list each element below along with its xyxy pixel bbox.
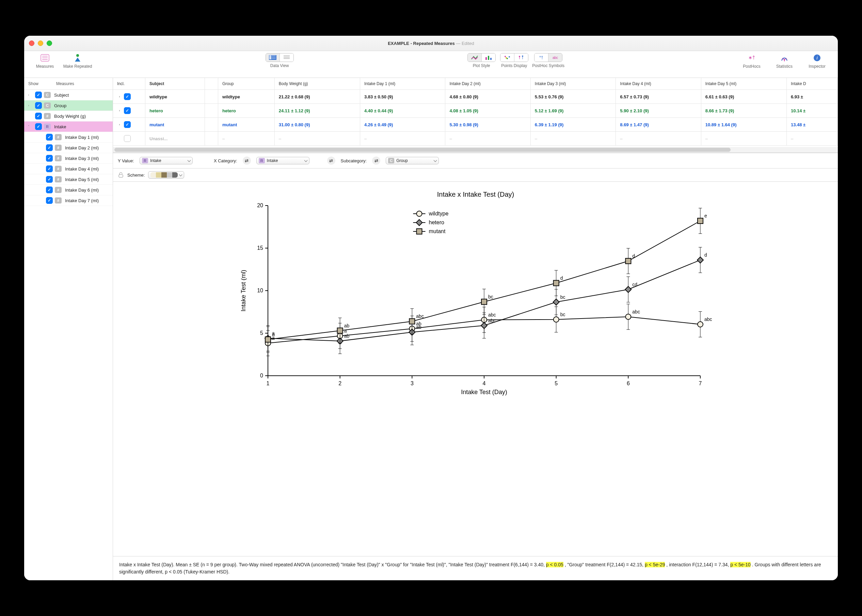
disclosure-icon[interactable]: ˅ bbox=[26, 124, 31, 129]
row-disclosure-icon[interactable]: › bbox=[117, 108, 122, 113]
inspector-icon: i bbox=[813, 54, 821, 61]
table-header[interactable]: Group bbox=[218, 78, 275, 90]
subcat-select[interactable]: CGroup bbox=[386, 157, 439, 164]
measure-checkbox[interactable] bbox=[46, 176, 53, 183]
points-display-bars-icon[interactable] bbox=[514, 53, 528, 61]
toolbar-inspector[interactable]: i Inspector bbox=[802, 53, 832, 69]
posthocs-label: PostHocs bbox=[743, 64, 760, 69]
table-header[interactable]: Incl. bbox=[113, 78, 145, 90]
measure-checkbox[interactable] bbox=[35, 102, 42, 109]
value-cell: – bbox=[274, 132, 360, 146]
sidebar-item-intake-day-3-ml-[interactable]: #Intake Day 3 (ml) bbox=[24, 153, 113, 164]
sidebar-item-intake-day-2-ml-[interactable]: #Intake Day 2 (ml) bbox=[24, 143, 113, 153]
swap-x-sub-icon[interactable]: ⇄ bbox=[243, 157, 251, 165]
sidebar-item-intake-day-4-ml-[interactable]: #Intake Day 4 (ml) bbox=[24, 164, 113, 174]
plot-style-label: Plot Style bbox=[473, 63, 490, 68]
sidebar-item-intake[interactable]: ˅RIntake bbox=[24, 121, 113, 132]
swap-sub-icon2[interactable]: ⇄ bbox=[372, 157, 380, 165]
statistics-icon bbox=[780, 55, 788, 61]
table-row[interactable]: ›heterohetero24.11 ± 1.12 (9)4.40 ± 0.44… bbox=[113, 104, 838, 118]
measure-checkbox[interactable] bbox=[46, 187, 53, 193]
toolbar-make-repeated[interactable]: Make Repeated bbox=[63, 53, 92, 69]
posthoc-asterisk-icon[interactable]: *† bbox=[535, 53, 548, 61]
measure-checkbox[interactable] bbox=[46, 144, 53, 151]
sidebar-item-group[interactable]: ›CGroup bbox=[24, 101, 113, 111]
sidebar-item-body-weight-g-[interactable]: #Body Weight (g) bbox=[24, 111, 113, 121]
value-cell: – bbox=[530, 132, 615, 146]
row-disclosure-icon[interactable]: › bbox=[117, 122, 122, 127]
table-header[interactable]: Intake D bbox=[786, 78, 837, 90]
table-header[interactable]: Intake Day 5 (ml) bbox=[701, 78, 786, 90]
make-repeated-icon bbox=[73, 53, 82, 62]
stats-footer: Intake x Intake Test (Day). Mean ± SE (n… bbox=[113, 556, 838, 580]
table-header[interactable]: Intake Day 4 (ml) bbox=[616, 78, 701, 90]
xcat-select[interactable]: RIntake bbox=[256, 157, 310, 164]
posthoc-letters-icon[interactable]: abc bbox=[549, 53, 562, 61]
value-cell: 5.30 ± 0.98 (9) bbox=[445, 118, 530, 132]
svg-text:2: 2 bbox=[338, 380, 341, 386]
scheme-select[interactable] bbox=[148, 171, 184, 179]
svg-rect-152 bbox=[625, 258, 631, 264]
lock-open-icon[interactable] bbox=[118, 172, 124, 178]
dataview-summary-icon[interactable] bbox=[266, 53, 280, 61]
subject-cell: wildtype bbox=[145, 90, 205, 104]
table-header[interactable]: Intake Day 3 (ml) bbox=[530, 78, 615, 90]
disclosure-icon[interactable]: › bbox=[26, 103, 31, 108]
disclosure-icon[interactable]: › bbox=[26, 93, 31, 97]
inspector-label: Inspector bbox=[809, 64, 825, 69]
include-checkbox[interactable] bbox=[124, 121, 131, 128]
plot-style-bar-icon[interactable] bbox=[482, 53, 495, 61]
svg-rect-31 bbox=[119, 174, 123, 177]
zoom-window[interactable] bbox=[47, 41, 52, 46]
xcat-value: Intake bbox=[267, 158, 278, 163]
close-window[interactable] bbox=[29, 41, 35, 46]
include-checkbox[interactable] bbox=[124, 93, 131, 100]
table-header[interactable] bbox=[205, 78, 218, 90]
swap-sub-icon[interactable]: ⇄ bbox=[327, 157, 335, 165]
measure-checkbox[interactable] bbox=[35, 91, 42, 98]
measure-checkbox[interactable] bbox=[46, 165, 53, 172]
dataview-list-icon[interactable] bbox=[280, 53, 293, 61]
value-cell: 5.53 ± 0.76 (9) bbox=[530, 90, 615, 104]
sidebar-item-subject[interactable]: ›CSubject bbox=[24, 90, 113, 101]
table-row[interactable]: ›mutantmutant31.00 ± 0.80 (9)4.26 ± 0.49… bbox=[113, 118, 838, 132]
table-horizontal-scrollbar[interactable] bbox=[113, 147, 838, 152]
value-cell: 13.48 ± bbox=[786, 118, 837, 132]
sidebar-header-measures[interactable]: Measures bbox=[52, 78, 113, 90]
toolbar-statistics[interactable]: Statistics bbox=[770, 53, 799, 69]
value-cell: 8.66 ± 1.73 (9) bbox=[701, 104, 786, 118]
toolbar-measures-label: Measures bbox=[36, 64, 54, 69]
table-header[interactable]: Intake Day 2 (ml) bbox=[445, 78, 530, 90]
row-disclosure-icon[interactable]: › bbox=[117, 94, 122, 99]
yvalue-select[interactable]: RIntake bbox=[140, 157, 193, 164]
include-checkbox[interactable] bbox=[124, 135, 131, 142]
sidebar-item-intake-day-7-ml-[interactable]: #Intake Day 7 (ml) bbox=[24, 195, 113, 206]
table-header[interactable]: Intake Day 1 (ml) bbox=[360, 78, 445, 90]
measure-checkbox[interactable] bbox=[46, 155, 53, 162]
measure-type-badge: # bbox=[55, 176, 61, 182]
table-row[interactable]: ›wildtypewildtype21.22 ± 0.68 (9)3.83 ± … bbox=[113, 90, 838, 104]
sidebar-item-intake-day-1-ml-[interactable]: #Intake Day 1 (ml) bbox=[24, 132, 113, 143]
sidebar-header-show[interactable]: Show bbox=[24, 78, 52, 90]
measure-checkbox[interactable] bbox=[46, 197, 53, 204]
minimize-window[interactable] bbox=[38, 41, 43, 46]
sidebar-item-intake-day-6-ml-[interactable]: #Intake Day 6 (ml) bbox=[24, 185, 113, 195]
measure-checkbox[interactable] bbox=[35, 123, 42, 130]
measure-label: Group bbox=[54, 103, 111, 108]
toolbar-posthocs[interactable]: ∗† PostHocs bbox=[737, 53, 766, 69]
table-header[interactable]: Body Weight (g) bbox=[274, 78, 360, 90]
sidebar-item-intake-day-5-ml-[interactable]: #Intake Day 5 (ml) bbox=[24, 174, 113, 185]
include-checkbox[interactable] bbox=[124, 107, 131, 114]
measure-checkbox[interactable] bbox=[35, 113, 42, 119]
plot-style-line-icon[interactable] bbox=[468, 53, 481, 61]
svg-text:bc: bc bbox=[560, 294, 565, 300]
svg-text:ab: ab bbox=[344, 333, 349, 339]
table-header[interactable]: Subject bbox=[145, 78, 205, 90]
scheme-swatch bbox=[172, 172, 178, 178]
toolbar-data-view[interactable]: Data View bbox=[265, 53, 294, 68]
toolbar-measures[interactable]: Measures bbox=[30, 53, 60, 69]
points-display-dots-icon[interactable] bbox=[500, 53, 514, 61]
measure-checkbox[interactable] bbox=[46, 134, 53, 141]
table-row[interactable]: Unassi...–––––––– bbox=[113, 132, 838, 146]
svg-text:bc: bc bbox=[488, 294, 493, 300]
